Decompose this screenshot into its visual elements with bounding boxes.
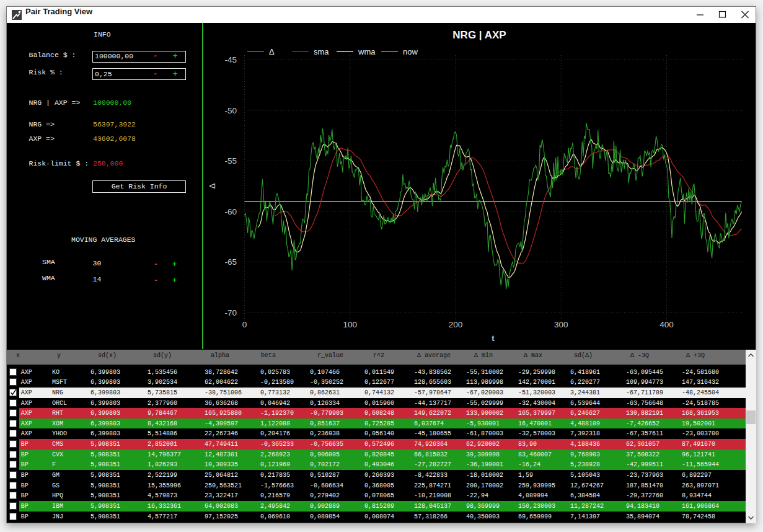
svg-text:Δ: Δ (269, 47, 275, 56)
svg-text:wma: wma (358, 47, 376, 56)
svg-text:Δ: Δ (208, 183, 217, 188)
svg-text:-60: -60 (224, 207, 237, 216)
svg-text:t: t (492, 334, 495, 343)
svg-text:now: now (403, 47, 418, 56)
svg-text:200: 200 (449, 320, 463, 329)
svg-text:-70: -70 (224, 308, 237, 317)
svg-text:100: 100 (343, 320, 357, 329)
svg-text:-65: -65 (224, 257, 237, 267)
svg-text:-50: -50 (224, 106, 237, 115)
svg-text:sma: sma (314, 47, 329, 56)
svg-text:-45: -45 (224, 55, 237, 64)
svg-text:-55: -55 (224, 156, 237, 166)
svg-text:0: 0 (242, 320, 247, 329)
svg-text:NRG | AXP: NRG | AXP (452, 29, 506, 41)
svg-text:300: 300 (554, 320, 568, 329)
svg-text:400: 400 (659, 320, 674, 329)
